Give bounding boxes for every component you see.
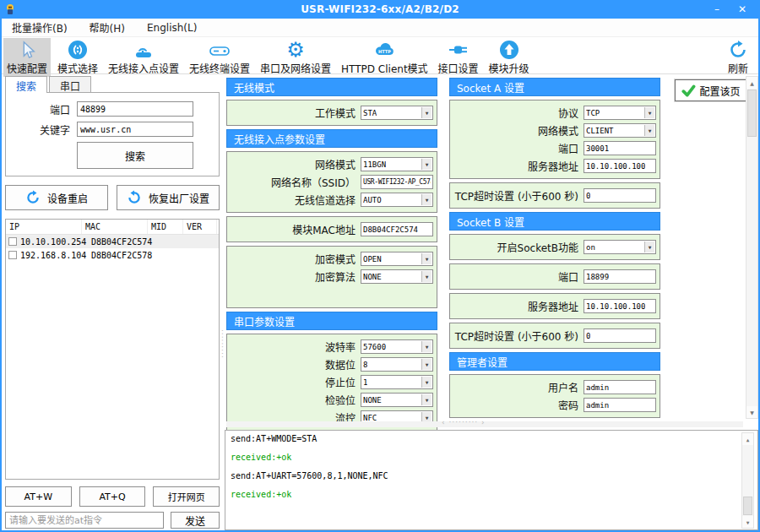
open-webpage-button[interactable]: 打开网页 — [153, 486, 220, 507]
toolbar-quick-config[interactable]: 快速配置 — [3, 38, 51, 77]
socketa-timeout-input[interactable]: 0 — [584, 188, 656, 203]
channel-select[interactable]: AUTO — [361, 193, 433, 207]
socketb-timeout-label: TCP超时设置 (小于600 秒) — [455, 328, 578, 343]
socketb-enable-select[interactable]: on — [584, 240, 656, 254]
socketa-server-input[interactable]: 10.10.100.100 — [584, 159, 656, 173]
device-list[interactable]: IP MAC MID VER 10.10.100.254 D8B04CF2C57… — [5, 219, 220, 480]
section-header-ap-params: 无线接入点参数设置 — [226, 129, 437, 148]
socketa-netmode-label: 网络模式 — [538, 123, 578, 138]
chevron-down-icon — [421, 194, 432, 205]
socketb-server-input[interactable]: 10.10.100.100 — [584, 299, 656, 313]
configure-page-button[interactable]: 配置该页 — [675, 79, 747, 101]
config-scrollbar[interactable] — [746, 76, 758, 419]
log-line: send:AT+UART=57600,8,1,NONE,NFC — [231, 471, 752, 480]
password-input[interactable]: admin — [584, 398, 656, 412]
encryption-algo-select[interactable]: NONE — [361, 269, 433, 284]
minimize-button[interactable]: – — [706, 2, 728, 17]
scrollbar-thumb[interactable] — [747, 90, 757, 137]
toolbar-refresh[interactable]: 刷新 — [725, 38, 752, 77]
mode-icon — [68, 39, 88, 61]
ssid-input[interactable]: USR-WIFI232-AP_C574 — [361, 175, 433, 189]
middle-config-column: 无线模式 工作模式 STA 无线接入点参数设置 网络模式 11BGN 网络名称（… — [226, 78, 437, 434]
port-input[interactable]: 48899 — [77, 101, 193, 117]
table-row[interactable]: 192.168.8.104 D8B04CF2C578 — [6, 248, 219, 262]
scroll-down-icon[interactable] — [746, 406, 757, 418]
tab-serial[interactable]: 串口 — [49, 76, 91, 93]
network-mode-select[interactable]: 11BGN — [361, 157, 433, 171]
toolbar-mode-select[interactable]: 模式选择 — [54, 38, 101, 77]
section-header-socket-b: Socket B 设置 — [449, 212, 660, 231]
column-mac[interactable]: MAC — [82, 220, 148, 234]
username-label: 用户名 — [548, 380, 578, 394]
chevron-down-icon — [644, 125, 654, 136]
factory-reset-button[interactable]: 恢复出厂设置 — [117, 185, 220, 210]
column-ver[interactable]: VER — [183, 220, 217, 234]
device-restart-button[interactable]: 设备重启 — [5, 185, 108, 210]
parity-select[interactable]: NONE — [361, 393, 433, 407]
encryption-group: 加密模式 OPEN 加密算法 NONE — [226, 246, 437, 308]
keyword-input[interactable]: www.usr.cn — [77, 122, 193, 137]
toolbar-httpd-client-mode[interactable]: HTTP HTTPD Client模式 — [338, 38, 432, 77]
databits-select[interactable]: 8 — [361, 357, 433, 372]
socketb-timeout-input[interactable]: 0 — [584, 328, 656, 343]
atw-button[interactable]: AT+W — [5, 486, 72, 507]
socketa-port-input[interactable]: 30001 — [584, 141, 656, 155]
toolbar-wifi-ap-settings[interactable]: 无线接入点设置 — [105, 38, 182, 77]
check-icon — [681, 84, 696, 97]
stopbits-select[interactable]: 1 — [361, 375, 433, 389]
tab-search[interactable]: 搜索 — [5, 76, 47, 93]
close-button[interactable]: ✕ — [731, 2, 753, 17]
work-mode-select[interactable]: STA — [361, 106, 433, 120]
stopbits-label: 停止位 — [325, 375, 356, 389]
table-row[interactable]: 10.10.100.254 D8B04CF2C574 — [6, 235, 219, 248]
log-line: received:+ok — [231, 453, 752, 462]
socketa-netmode-select[interactable]: CLIENT — [584, 123, 656, 138]
chevron-down-icon — [421, 394, 432, 405]
socketa-server-label: 服务器地址 — [528, 159, 578, 173]
mac-input[interactable]: D8B04CF2C574 — [361, 222, 433, 236]
toolbar-label: 快速配置 — [7, 61, 47, 75]
scroll-down-icon[interactable] — [742, 516, 753, 528]
password-label: 密码 — [558, 398, 578, 412]
column-ip[interactable]: IP — [6, 220, 82, 234]
menu-help[interactable]: 帮助(H) — [88, 19, 127, 36]
serial-params-group: 波特率 57600 数据位 8 停止位 1 检验位 NONE 流控 NFC — [226, 334, 437, 431]
log-scrollbar[interactable] — [741, 432, 754, 529]
at-command-input[interactable] — [5, 512, 164, 529]
search-button[interactable]: 搜索 — [77, 142, 193, 169]
section-header-admin: 管理者设置 — [449, 352, 660, 371]
log-area[interactable]: send:AT+WMODE=STA received:+ok send:AT+U… — [225, 430, 758, 530]
username-input[interactable]: admin — [584, 380, 656, 394]
horizontal-splitter[interactable] — [226, 421, 743, 427]
titlebar: USR-WIFI232-6xx/A2/B2/D2 – ✕ — [0, 0, 760, 19]
atq-button[interactable]: AT+Q — [79, 486, 146, 507]
protocol-select[interactable]: TCP — [584, 106, 656, 120]
column-mid[interactable]: MID — [148, 220, 183, 234]
menu-batch-ops[interactable]: 批量操作(B) — [10, 19, 69, 36]
send-button[interactable]: 发送 — [171, 512, 220, 529]
toolbar-module-upgrade[interactable]: 模块升级 — [486, 38, 533, 77]
keyword-label: 关键字 — [9, 122, 70, 137]
scrollbar-thumb[interactable] — [743, 497, 752, 515]
toolbar-serial-network-settings[interactable]: ⚙ 串口及网络设置 — [257, 38, 334, 77]
chevron-down-icon — [421, 107, 432, 118]
menu-english[interactable]: English(L) — [145, 20, 198, 35]
app-window: USR-WIFI232-6xx/A2/B2/D2 – ✕ 批量操作(B) 帮助(… — [0, 0, 760, 532]
wireless-mode-group: 工作模式 STA — [226, 100, 437, 126]
baud-select[interactable]: 57600 — [361, 339, 433, 354]
socket-b-enable-group: 开启SocketB功能 on — [449, 234, 660, 260]
port-label: 端口 — [9, 102, 70, 117]
socket-b-port-group: 端口 18899 — [449, 263, 660, 290]
socket-b-timeout-group: TCP超时设置 (小于600 秒) 0 — [449, 323, 660, 349]
socketb-port-input[interactable]: 18899 — [584, 269, 656, 284]
toolbar-label: 串口及网络设置 — [260, 61, 331, 75]
row-checkbox[interactable] — [8, 237, 17, 246]
toolbar-interface-settings[interactable]: 接口设置 — [435, 38, 482, 77]
cursor-icon — [18, 39, 36, 61]
scroll-up-icon[interactable] — [742, 433, 753, 445]
row-checkbox[interactable] — [8, 251, 17, 259]
encryption-mode-select[interactable]: OPEN — [361, 252, 433, 266]
network-mode-label: 网络模式 — [315, 157, 356, 171]
toolbar-wifi-terminal-settings[interactable]: 无线终端设置 — [186, 38, 253, 77]
scroll-up-icon[interactable] — [746, 77, 757, 89]
